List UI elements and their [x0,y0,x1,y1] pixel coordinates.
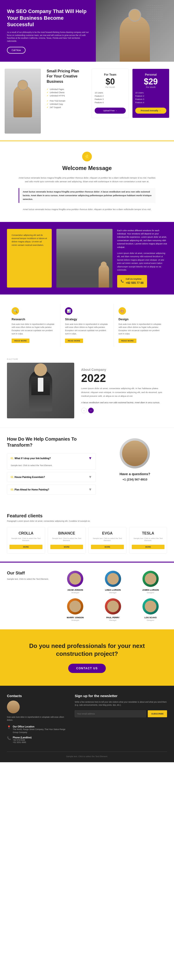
staff-section: Our Staff Sample text. Click to select t… [0,562,174,629]
staff-role-james: Designer [134,592,167,593]
strategy-desc: Duis aute irure dolor in reprehenderit i… [65,323,109,335]
welcome-icon: ⭐ [82,152,92,161]
welcome-title: Welcome Message [19,165,155,171]
featured-section: Featured clients Paragraph Lorem ipsum d… [0,505,174,562]
client-btn-tesla[interactable]: MORE [132,545,165,549]
staff-name-james: JAMES LARSON [134,589,167,591]
hero-section: We SEO Company That Will Help Your Busin… [0,0,174,62]
hero-dots-decoration [146,5,163,21]
transform-left: How Do We Help Companies To Transform? 0… [7,436,96,497]
staff-photo-los [142,598,159,614]
staff-role-los: Designer [134,619,167,621]
footer-bottom: Sample text. Click to select the Text El… [7,752,167,757]
hero-description: As a result of our philosophy to be the … [7,31,91,43]
office-label: Our Office Location [13,725,68,728]
design-title: Design [118,317,163,321]
factor-label: FACTOR [7,358,167,360]
faq-header-3[interactable]: 03. Plan Ahead for Home Painting? ▼ [7,485,96,495]
copyright: Sample text. Click to select the Text El… [66,755,108,757]
design-read-more[interactable]: READ MORE [118,339,136,343]
transform-phone: +1 (234) 567-8910 [103,478,167,481]
hero-title: We SEO Company That Will Help Your Busin… [7,8,91,28]
staff-name-marry: MARRY JONSON [59,616,92,619]
strategy-read-more[interactable]: READ MORE [65,339,83,343]
call-label: Call Us Anytime [126,277,144,281]
location-icon: 📍 [7,725,11,729]
nav-next[interactable]: › [88,408,94,413]
pricing-features: ✓ Unlimited Pages ✓ Unlimited Clients ✓ … [46,88,86,109]
services-grid: 🔍 Research Duis aute irure dolor in repr… [7,304,167,347]
question-face [120,438,150,468]
client-btn-evga[interactable]: MORE [91,545,124,549]
pricing-card-personal: Personal $29 Per Month 15 Users Feature … [132,68,169,118]
client-crolla: CROLLA Sample text. Click to select the … [7,527,45,554]
research-read-more[interactable]: READ MORE [11,339,29,343]
client-evga: EVGA Sample text. Click to select the Te… [88,527,126,554]
purple-content-section: Consectetur adipiscing elit sed do eiusm… [0,222,174,294]
plan-name-team: For Team [95,73,126,76]
service-strategy: 📊 Strategy Duis aute irure dolor in repr… [60,304,114,347]
client-btn-crolla[interactable]: MORE [10,545,43,549]
cta-title: Do you need professionals for your next … [14,642,160,658]
faq-header-2[interactable]: 02. House Painting Essentials? ▼ [7,472,96,482]
cta-section: Do you need professionals for your next … [0,629,174,686]
strategy-title: Strategy [65,317,109,321]
research-title: Research [11,317,56,321]
client-btn-binance[interactable]: MORE [50,545,83,549]
footer: Contacts Duis aute irure dolor in repreh… [0,686,174,762]
plan-cta-team[interactable]: Upload Free → [95,108,126,114]
faq-arrow-1: ▼ [88,456,92,460]
staff-grid: ADAM JONSON Strategist LINDA LARSON Mana… [59,571,167,621]
faq-body-1: Sample text. Click to select the Text El… [7,463,96,469]
staff-role-linda: Manager [96,592,129,593]
services-section: 🔍 Research Duis aute irure dolor in repr… [0,294,174,356]
client-tesla: TESLA Sample text. Click to select the T… [129,527,167,554]
faq-header-1[interactable]: 01. What if I drop your link building? ▼ [7,453,96,463]
client-logo-tesla: TESLA [132,531,165,535]
footer-newsletter: Sign up for the newsletter Write a few s… [75,694,167,746]
design-icon: 🎨 [118,307,126,315]
pricing-title: Small Pricing Plan For Your Creative Bus… [46,68,86,84]
faq-item-1: 01. What if I drop your link building? ▼… [7,453,96,469]
have-questions-label: Have a questions? [103,472,167,476]
call-box: 📞 Call Us Anytime +92 555 77 88 [117,275,147,288]
call-phone: +92 555 77 88 [126,281,144,285]
newsletter-subscribe-btn[interactable]: SUBSCRIBE [148,710,167,717]
service-design: 🎨 Design Duis aute irure dolor in repreh… [114,304,167,347]
staff-marry: MARRY JONSON Strategist [59,598,92,621]
about-year: 2022 [81,373,167,384]
staff-photo-paul [105,598,121,614]
about-content-wrapper: About Company 2022 Lorem ipsum dolor sit… [7,363,167,418]
staff-james: JAMES LARSON Designer [134,571,167,593]
plan-price-personal: $29 [135,77,166,86]
welcome-body1: Amet luctus venenatis lectus magna fring… [19,176,155,183]
newsletter-form: SUBSCRIBE [75,710,167,717]
staff-role-paul: Manager [96,619,129,621]
footer-contacts-title: Contacts [7,694,68,698]
client-desc-crolla: Sample text. Click to select the Text El… [10,537,43,541]
transform-right: Have a questions? +1 (234) 567-8910 [103,436,167,497]
pricing-person-image [5,68,41,134]
newsletter-desc: Write a few sentences here to tell your … [75,700,167,707]
hero-cta-button[interactable]: Call Now [7,47,26,54]
about-section-label: About Company [81,368,167,372]
plan-cta-personal[interactable]: Proceed Annually → [135,108,166,114]
about-quote: A lacus vestibulum sed arcu non odio eui… [81,401,167,404]
about-image [7,363,74,418]
hero-content: We SEO Company That Will Help Your Busin… [7,8,95,54]
footer-contacts: Contacts Duis aute irure dolor in repreh… [7,694,68,746]
faq-arrow-3: ▼ [88,487,92,492]
phone-label: Phone (Landline) [13,736,32,739]
staff-adam: ADAM JONSON Strategist [59,571,92,593]
nav-prev[interactable]: ‹ [81,408,87,413]
purple-center-image [56,229,113,288]
footer-phone: 📞 Phone (Landline) +92 574-0168 +51 3251… [7,736,68,743]
research-icon: 🔍 [11,307,19,315]
staff-role-adam: Strategist [59,592,92,593]
pricing-section: Small Pricing Plan For Your Creative Bus… [0,62,174,141]
cta-button[interactable]: CONTACT US [68,664,106,673]
about-description: Lorem ipsum dolor sit amet, consectetur … [81,387,167,398]
faq-arrow-2: ▼ [88,475,92,479]
client-desc-tesla: Sample text. Click to select the Text El… [132,537,165,541]
newsletter-input[interactable] [75,710,146,717]
